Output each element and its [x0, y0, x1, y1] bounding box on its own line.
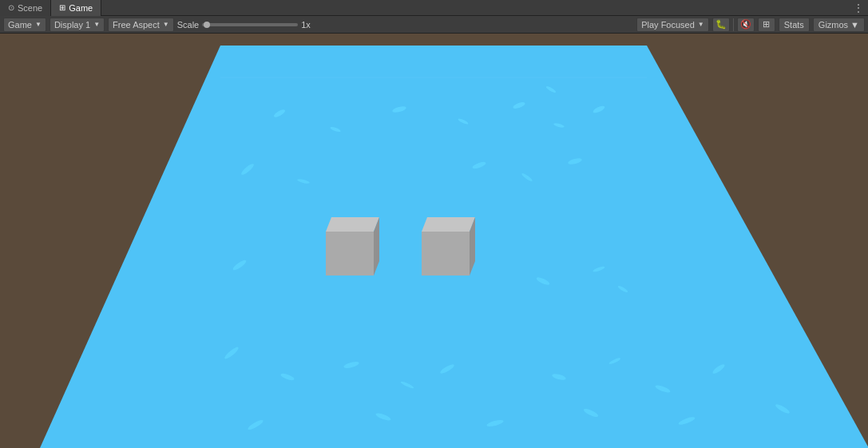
viewport	[0, 34, 868, 448]
scene-icon: ⊙	[8, 3, 14, 12]
toolbar-right: Play Focused ▼ 🐛 🔇 ⊞ Stats Gizmos ▼	[636, 18, 865, 32]
toolbar: Game ▼ Display 1 ▼ Free Aspect ▼ Scale 1…	[0, 16, 868, 34]
grid-button[interactable]: ⊞	[758, 18, 775, 32]
display-dropdown-label: Display 1	[54, 20, 90, 30]
separator-1	[733, 18, 734, 31]
tab-game[interactable]: ⊞ Game	[51, 0, 101, 16]
mute-icon: 🔇	[740, 19, 751, 30]
aspect-dropdown-label: Free Aspect	[113, 20, 160, 30]
tab-bar: ⊙ Scene ⊞ Game ⋮	[0, 0, 868, 16]
aspect-dropdown[interactable]: Free Aspect ▼	[108, 18, 174, 32]
play-focused-arrow: ▼	[698, 21, 704, 28]
tab-more-button[interactable]: ⋮	[849, 2, 868, 14]
play-focused-label: Play Focused	[641, 20, 695, 30]
game-dropdown[interactable]: Game ▼	[3, 18, 46, 32]
stats-label: Stats	[784, 20, 804, 30]
scale-value: 1x	[301, 20, 311, 30]
scale-container: Scale 1x	[177, 20, 311, 30]
game-icon: ⊞	[59, 3, 65, 12]
mute-button[interactable]: 🔇	[737, 18, 755, 32]
grid-icon: ⊞	[763, 19, 770, 30]
scale-slider[interactable]	[202, 23, 298, 26]
tab-scene[interactable]: ⊙ Scene	[0, 0, 51, 16]
tab-scene-label: Scene	[18, 3, 42, 13]
bug-icon: 🐛	[715, 19, 727, 30]
scale-label: Scale	[177, 20, 200, 30]
gizmos-label: Gizmos	[818, 20, 848, 30]
stats-button[interactable]: Stats	[779, 18, 810, 32]
game-dropdown-arrow: ▼	[35, 21, 42, 28]
aspect-dropdown-arrow: ▼	[163, 21, 169, 28]
svg-rect-35	[326, 232, 374, 276]
display-dropdown-arrow: ▼	[93, 21, 100, 28]
game-canvas-svg	[0, 34, 868, 448]
gizmos-dropdown[interactable]: Gizmos ▼	[813, 18, 865, 32]
gizmos-arrow: ▼	[850, 20, 859, 30]
game-dropdown-label: Game	[8, 20, 32, 30]
display-dropdown[interactable]: Display 1 ▼	[50, 18, 105, 32]
tab-game-label: Game	[69, 3, 93, 13]
svg-marker-34	[326, 217, 379, 232]
scale-thumb	[204, 22, 210, 28]
bug-button[interactable]: 🐛	[712, 18, 730, 32]
svg-marker-37	[422, 217, 475, 232]
svg-rect-38	[422, 232, 470, 276]
play-focused-dropdown[interactable]: Play Focused ▼	[636, 18, 709, 32]
